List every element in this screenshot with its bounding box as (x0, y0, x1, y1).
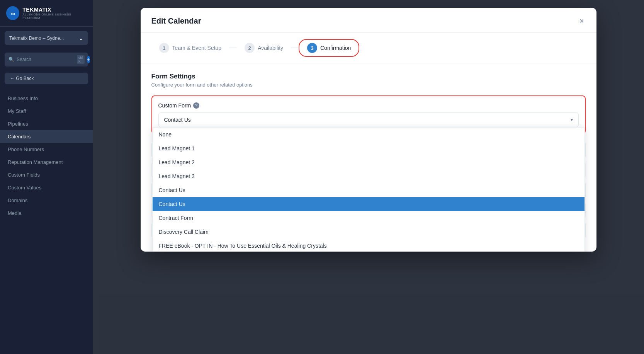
help-icon[interactable]: ? (193, 102, 199, 109)
step-connector-1 (229, 48, 237, 48)
go-back-label: ← Go Back (10, 76, 34, 81)
dropdown-item-discovery-call[interactable]: Discovery Call Claim (153, 225, 585, 239)
dropdown-item-contact-us-1[interactable]: Contact Us (153, 183, 585, 197)
sidebar: TM TEKMATIX ALL IN ONE ONLINE BUSINESS P… (0, 0, 93, 354)
account-name: Tekmatix Demo -- Sydne... (9, 36, 64, 41)
sidebar-item-domains[interactable]: Domains (0, 194, 93, 207)
logo-text: TEKMATIX ALL IN ONE ONLINE BUSINESS PLAT… (22, 7, 87, 20)
step-3-number: 3 (307, 43, 317, 53)
logo-icon: TM (6, 6, 19, 20)
search-icon: 🔍 (8, 57, 14, 62)
sidebar-item-phone-numbers[interactable]: Phone Numbers (0, 143, 93, 156)
step-3[interactable]: 3 Confirmation (299, 39, 359, 57)
step-1-number: 1 (159, 43, 169, 53)
step-1[interactable]: 1 Team & Event Setup (151, 40, 229, 56)
sidebar-item-custom-values[interactable]: Custom Values (0, 181, 93, 194)
step-1-label: Team & Event Setup (172, 45, 222, 51)
step-2-number: 2 (245, 43, 255, 53)
sidebar-item-my-staff[interactable]: My Staff (0, 105, 93, 117)
custom-form-select[interactable]: Contact Us ▾ (158, 112, 579, 127)
custom-form-label: Custom Form ? (158, 102, 579, 109)
search-bar: 🔍 ctrl K + (5, 53, 88, 66)
dropdown-item-lead-magnet-1[interactable]: Lead Magnet 1 (153, 141, 585, 155)
modal-body: Form Settings Configure your form and ot… (141, 63, 596, 252)
step-2-label: Availability (258, 45, 283, 51)
sidebar-nav: Business Info My Staff Pipelines Calenda… (0, 87, 93, 354)
modal-header: Edit Calendar × (141, 8, 596, 33)
search-input[interactable] (17, 57, 75, 62)
dropdown-item-none[interactable]: None (153, 128, 585, 141)
dropdown-item-lead-magnet-2[interactable]: Lead Magnet 2 (153, 155, 585, 169)
sidebar-item-business-info[interactable]: Business Info (0, 92, 93, 105)
dropdown-item-contract-form[interactable]: Contract Form (153, 211, 585, 225)
edit-calendar-modal: Edit Calendar × 1 Team & Event Setup 2 A… (141, 8, 596, 252)
account-chevron-icon: ⌄ (78, 34, 83, 42)
sidebar-item-pipelines[interactable]: Pipelines (0, 117, 93, 130)
chevron-down-icon: ▾ (571, 117, 573, 123)
search-kbd: ctrl K (77, 55, 85, 64)
step-connector-2 (291, 48, 299, 48)
dropdown-item-contact-us-selected[interactable]: Contact Us (153, 197, 585, 211)
custom-form-dropdown: None Lead Magnet 1 Lead Magnet 2 Lead Ma… (152, 127, 585, 252)
sidebar-item-media[interactable]: Media (0, 207, 93, 220)
selected-form-value: Contact Us (164, 117, 191, 123)
form-settings-subtitle: Configure your form and other related op… (151, 82, 586, 88)
step-2[interactable]: 2 Availability (237, 40, 291, 56)
step-3-label: Confirmation (320, 45, 351, 51)
sidebar-item-custom-fields[interactable]: Custom Fields (0, 168, 93, 181)
dropdown-item-free-ebook[interactable]: FREE eBook - OPT IN - How To Use Essenti… (153, 239, 585, 252)
go-back-button[interactable]: ← Go Back (5, 73, 88, 84)
dropdown-item-lead-magnet-3[interactable]: Lead Magnet 3 (153, 169, 585, 183)
form-settings-title: Form Settings (151, 73, 586, 80)
account-selector[interactable]: Tekmatix Demo -- Sydne... ⌄ (5, 31, 88, 45)
sidebar-item-reputation-management[interactable]: Reputation Management (0, 156, 93, 168)
add-button[interactable]: + (87, 56, 90, 63)
modal-title: Edit Calendar (151, 17, 201, 26)
svg-text:TM: TM (10, 12, 15, 15)
logo-title: TEKMATIX (22, 7, 87, 13)
modal-close-button[interactable]: × (578, 15, 586, 26)
main-content: Edit Calendar × 1 Team & Event Setup 2 A… (93, 0, 644, 354)
logo-subtitle: ALL IN ONE ONLINE BUSINESS PLATFORM (22, 13, 87, 20)
stepper: 1 Team & Event Setup 2 Availability 3 Co… (141, 33, 596, 63)
custom-form-section: Custom Form ? Contact Us ▾ None Lead Mag… (151, 95, 586, 134)
custom-form-select-wrapper: Contact Us ▾ None Lead Magnet 1 Lead Mag… (158, 112, 579, 127)
modal-overlay: Edit Calendar × 1 Team & Event Setup 2 A… (93, 0, 644, 354)
custom-form-label-text: Custom Form (158, 102, 191, 109)
sidebar-item-calendars[interactable]: Calendars (0, 130, 93, 143)
sidebar-logo: TM TEKMATIX ALL IN ONE ONLINE BUSINESS P… (0, 0, 93, 27)
